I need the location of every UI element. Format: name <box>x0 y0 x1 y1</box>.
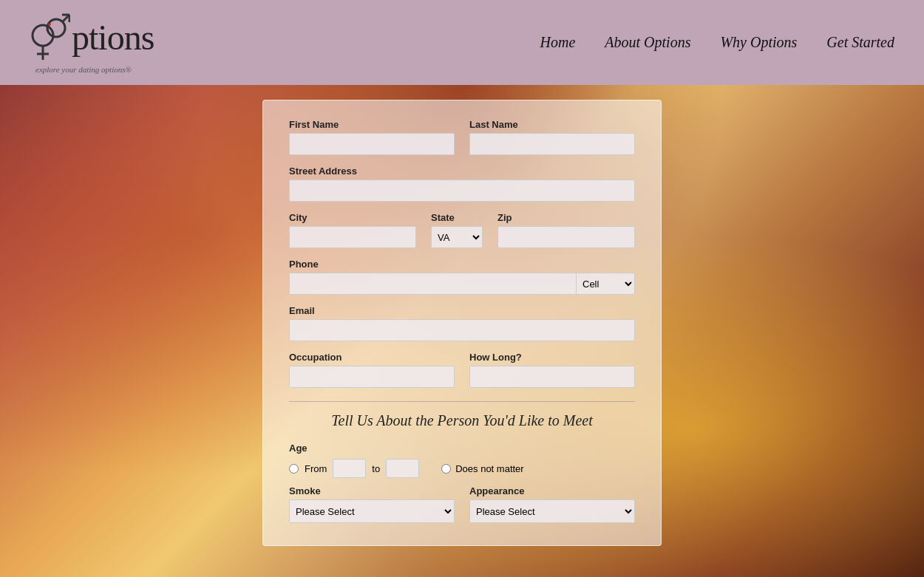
does-not-matter-label: Does not matter <box>455 463 524 474</box>
does-not-matter-radio[interactable] <box>441 464 451 474</box>
how-long-input[interactable] <box>469 366 635 388</box>
address-row: Street Address <box>289 165 635 202</box>
first-name-label: First Name <box>289 119 455 130</box>
does-not-matter-group: Does not matter <box>441 463 524 474</box>
section-divider <box>289 401 635 402</box>
appearance-label: Appearance <box>469 485 635 496</box>
name-row: First Name Last Name <box>289 119 635 155</box>
city-state-zip-row: City State VA ALAKAZAR CACOCTDE FLGAHIID… <box>289 212 635 248</box>
age-from-group: From to <box>289 459 419 478</box>
age-range-radio[interactable] <box>289 464 299 474</box>
age-from-input[interactable] <box>333 459 366 478</box>
appearance-select[interactable]: Please Select Average Athletic Slim Heav… <box>469 499 635 523</box>
phone-input[interactable] <box>289 273 576 295</box>
phone-row-container: Phone Cell Home Work <box>289 259 635 295</box>
email-row: Email <box>289 305 635 341</box>
page-body: First Name Last Name Street Address City… <box>0 85 924 577</box>
city-label: City <box>289 212 416 223</box>
last-name-input[interactable] <box>469 133 635 155</box>
logo: ♥ ptions <box>30 12 154 64</box>
logo-icon: ♥ <box>30 12 70 64</box>
occupation-row: Occupation How Long? <box>289 352 635 388</box>
age-label: Age <box>289 443 308 454</box>
occupation-group: Occupation <box>289 352 455 388</box>
email-group: Email <box>289 305 635 341</box>
state-group: State VA ALAKAZAR CACOCTDE FLGAHIID ILIN… <box>431 212 483 248</box>
nav-about[interactable]: About Options <box>605 34 690 51</box>
age-to-label: to <box>372 463 380 474</box>
email-input[interactable] <box>289 319 635 341</box>
age-to-input[interactable] <box>386 459 419 478</box>
zip-label: Zip <box>497 212 635 223</box>
occupation-label: Occupation <box>289 352 455 363</box>
nav-home[interactable]: Home <box>540 34 576 51</box>
last-name-label: Last Name <box>469 119 635 130</box>
svg-text:♥: ♥ <box>48 21 52 28</box>
phone-type-select[interactable]: Cell Home Work <box>576 273 635 295</box>
state-select[interactable]: VA ALAKAZAR CACOCTDE FLGAHIID ILINIAKS K… <box>431 226 483 248</box>
state-label: State <box>431 212 483 223</box>
age-from-label: From <box>305 463 327 474</box>
phone-input-row: Cell Home Work <box>289 273 635 295</box>
street-address-label: Street Address <box>289 165 635 177</box>
street-address-input[interactable] <box>289 180 635 202</box>
city-input[interactable] <box>289 226 416 248</box>
registration-form: First Name Last Name Street Address City… <box>262 100 662 546</box>
age-row: From to Does not matter <box>289 459 635 478</box>
phone-label: Phone <box>289 259 635 270</box>
smoke-select[interactable]: Please Select Yes No Occasionally <box>289 499 455 523</box>
logo-area: ♥ ptions explore your dating options® <box>30 12 154 74</box>
email-label: Email <box>289 305 635 316</box>
street-address-group: Street Address <box>289 165 635 202</box>
age-section: Age From to Does not matter <box>289 441 635 478</box>
phone-group: Phone Cell Home Work <box>289 259 635 295</box>
main-nav: Home About Options Why Options Get Start… <box>540 34 894 51</box>
appearance-group: Appearance Please Select Average Athleti… <box>469 485 635 523</box>
smoke-label: Smoke <box>289 485 455 496</box>
nav-get-started[interactable]: Get Started <box>826 34 894 51</box>
section-title: Tell Us About the Person You'd Like to M… <box>289 412 635 429</box>
nav-why[interactable]: Why Options <box>720 34 797 51</box>
how-long-label: How Long? <box>469 352 635 363</box>
first-name-input[interactable] <box>289 133 455 155</box>
site-header: ♥ ptions explore your dating options® Ho… <box>0 0 924 85</box>
logo-text: ptions <box>72 17 154 58</box>
smoke-appearance-row: Smoke Please Select Yes No Occasionally … <box>289 485 635 523</box>
how-long-group: How Long? <box>469 352 635 388</box>
logo-tagline: explore your dating options® <box>35 65 132 74</box>
smoke-group: Smoke Please Select Yes No Occasionally <box>289 485 455 523</box>
city-group: City <box>289 212 416 248</box>
zip-group: Zip <box>497 212 635 248</box>
last-name-group: Last Name <box>469 119 635 155</box>
occupation-input[interactable] <box>289 366 455 388</box>
zip-input[interactable] <box>497 226 635 248</box>
first-name-group: First Name <box>289 119 455 155</box>
